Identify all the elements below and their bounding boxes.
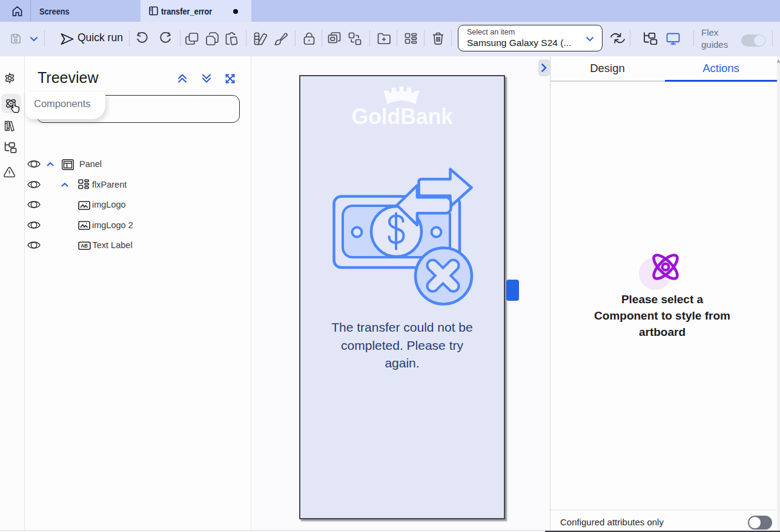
svg-text:AB: AB	[81, 243, 88, 249]
